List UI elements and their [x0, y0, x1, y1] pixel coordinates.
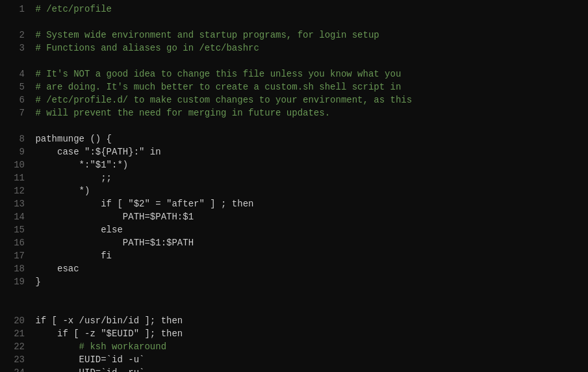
line-number: 12: [5, 184, 25, 197]
line-number: 2: [5, 29, 25, 42]
line-content: # are doing. It's much better to create …: [30, 81, 401, 93]
line-number: 9: [5, 145, 25, 158]
empty-line: [0, 119, 588, 132]
line-content: if [ "$2" = "after" ] ; then: [30, 197, 253, 210]
line-content: UID=`id -ru`: [30, 366, 144, 372]
line-content: *): [30, 184, 90, 197]
table-row: 7 # will prevent the need for merging in…: [0, 106, 588, 119]
line-content: # It's NOT a good idea to change this fi…: [30, 68, 401, 81]
line-number: 4: [5, 68, 25, 81]
table-row: 24 UID=`id -ru`: [0, 366, 588, 372]
table-row: 23 EUID=`id -u`: [0, 353, 588, 366]
line-number: 3: [5, 42, 25, 55]
line-number: 8: [5, 132, 25, 145]
table-row: 2 # System wide environment and startup …: [0, 29, 588, 42]
line-content: *:"$1":*): [30, 158, 128, 171]
table-row: 8 pathmunge () {: [0, 132, 588, 145]
line-number: 6: [5, 93, 25, 106]
table-row: 19 }: [0, 275, 588, 288]
table-row: 6 # /etc/profile.d/ to make custom chang…: [0, 93, 588, 106]
line-content: pathmunge () {: [30, 132, 112, 145]
table-row: 11 ;;: [0, 171, 588, 184]
line-content: # ksh workaround: [30, 340, 166, 353]
line-content: }: [30, 275, 41, 288]
line-content: # /etc/profile: [30, 3, 112, 16]
line-number: 15: [5, 223, 25, 236]
table-row: 13 if [ "$2" = "after" ] ; then: [0, 197, 588, 210]
line-number: 5: [5, 81, 25, 93]
line-number: 16: [5, 236, 25, 249]
empty-line: [0, 16, 588, 29]
line-number: 13: [5, 197, 25, 210]
line-number: 7: [5, 106, 25, 119]
line-number: 20: [5, 314, 25, 327]
line-number: 19: [5, 275, 25, 288]
empty-line: [0, 288, 588, 301]
terminal-window: 1 # /etc/profile2 # System wide environm…: [0, 0, 588, 372]
table-row: 9 case ":${PATH}:" in: [0, 145, 588, 158]
code-block: 1 # /etc/profile2 # System wide environm…: [0, 3, 588, 372]
line-content: if [ -z "$EUID" ]; then: [30, 327, 183, 340]
line-number: 21: [5, 327, 25, 340]
line-content: if [ -x /usr/bin/id ]; then: [30, 314, 183, 327]
line-content: EUID=`id -u`: [30, 353, 144, 366]
table-row: 5 # are doing. It's much better to creat…: [0, 81, 588, 93]
line-number: 11: [5, 171, 25, 184]
table-row: 12 *): [0, 184, 588, 197]
line-number: 17: [5, 249, 25, 262]
line-content: # /etc/profile.d/ to make custom changes…: [30, 93, 412, 106]
table-row: 15 else: [0, 223, 588, 236]
table-row: 18 esac: [0, 262, 588, 275]
line-content: PATH=$1:$PATH: [30, 236, 194, 249]
table-row: 22 # ksh workaround: [0, 340, 588, 353]
line-number: 14: [5, 210, 25, 223]
line-number: 22: [5, 340, 25, 353]
line-content: else: [30, 223, 123, 236]
line-content: fi: [30, 249, 112, 262]
line-number: 18: [5, 262, 25, 275]
line-content: esac: [30, 262, 79, 275]
table-row: 17 fi: [0, 249, 588, 262]
line-content: PATH=$PATH:$1: [30, 210, 194, 223]
table-row: 10 *:"$1":*): [0, 158, 588, 171]
line-number: 24: [5, 366, 25, 372]
line-content: # will prevent the need for merging in f…: [30, 106, 330, 119]
table-row: 21 if [ -z "$EUID" ]; then: [0, 327, 588, 340]
line-content: ;;: [30, 171, 112, 184]
line-content: # System wide environment and startup pr…: [30, 29, 379, 42]
table-row: 20 if [ -x /usr/bin/id ]; then: [0, 314, 588, 327]
line-number: 10: [5, 158, 25, 171]
line-content: case ":${PATH}:" in: [30, 145, 161, 158]
table-row: 14 PATH=$PATH:$1: [0, 210, 588, 223]
line-number: 1: [5, 3, 25, 16]
empty-line: [0, 301, 588, 314]
table-row: 3 # Functions and aliases go in /etc/bas…: [0, 42, 588, 55]
line-number: 23: [5, 353, 25, 366]
table-row: 4 # It's NOT a good idea to change this …: [0, 68, 588, 81]
table-row: 16 PATH=$1:$PATH: [0, 236, 588, 249]
empty-line: [0, 55, 588, 68]
table-row: 1 # /etc/profile: [0, 3, 588, 16]
line-content: # Functions and aliases go in /etc/bashr…: [30, 42, 259, 55]
